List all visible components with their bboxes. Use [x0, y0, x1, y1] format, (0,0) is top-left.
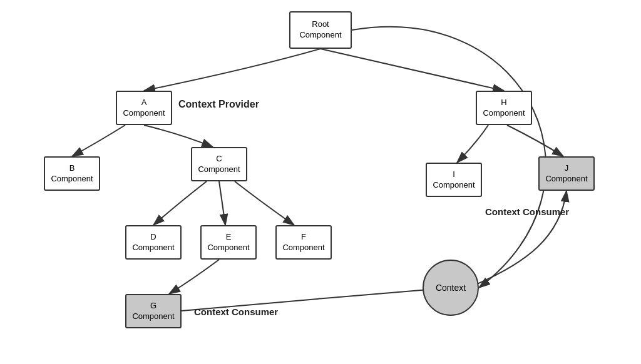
e-component-label: EComponent — [207, 232, 249, 253]
root-component-label: Root Component — [290, 19, 351, 41]
a-component-label: AComponent — [123, 98, 165, 119]
context-consumer-j-label: Context Consumer — [485, 206, 569, 217]
c-component-label: CComponent — [198, 154, 240, 175]
context-label: Context — [436, 283, 466, 293]
i-component-box: IComponent — [426, 163, 482, 197]
d-component-box: DComponent — [125, 225, 182, 260]
h-component-box: HComponent — [476, 91, 532, 125]
diagram-container: Root Component AComponent BComponent CCo… — [0, 0, 641, 364]
g-component-label: GComponent — [132, 301, 174, 322]
h-component-label: HComponent — [483, 98, 525, 119]
d-component-label: DComponent — [132, 232, 174, 253]
f-component-label: FComponent — [282, 232, 324, 253]
f-component-box: FComponent — [275, 225, 332, 260]
i-component-label: IComponent — [433, 169, 474, 191]
context-circle: Context — [423, 260, 479, 316]
e-component-box: EComponent — [200, 225, 257, 260]
context-consumer-g-label: Context Consumer — [194, 306, 278, 317]
context-provider-label: Context Provider — [178, 99, 259, 110]
j-component-box: JComponent — [538, 156, 595, 191]
c-component-box: CComponent — [191, 147, 247, 181]
b-component-box: BComponent — [44, 156, 100, 191]
j-component-label: JComponent — [545, 163, 587, 185]
root-component-box: Root Component — [289, 11, 352, 49]
a-component-box: AComponent — [116, 91, 172, 125]
g-component-box: GComponent — [125, 294, 182, 328]
b-component-label: BComponent — [51, 163, 93, 185]
